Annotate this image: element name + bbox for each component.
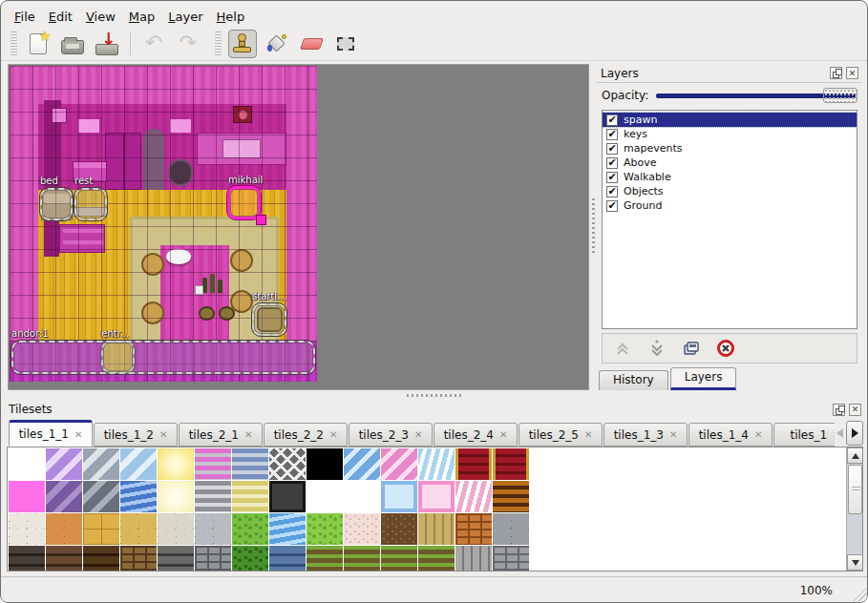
map-object-bed[interactable]: bed [40, 188, 73, 220]
tile-0-13[interactable] [493, 448, 529, 480]
tileset-tab-tiles_1[interactable]: tiles_1✕ [773, 423, 835, 447]
tile-1-5[interactable] [195, 481, 231, 512]
toolbar-drag-handle-2[interactable] [215, 31, 222, 56]
delete-layer-button[interactable] [715, 338, 736, 359]
tile-2-3[interactable] [120, 513, 157, 545]
tile-0-10[interactable] [381, 448, 417, 480]
layer-row-Above[interactable]: ✔Above [603, 156, 857, 170]
eraser-button[interactable] [297, 30, 326, 58]
stamp-brush-button[interactable] [228, 30, 257, 58]
menu-help[interactable]: Help [217, 10, 245, 24]
tile-0-7[interactable] [269, 448, 306, 480]
layer-visible-checkbox[interactable]: ✔ [606, 157, 618, 169]
menu-file[interactable]: File [14, 10, 35, 24]
tileset-tab-tiles_1_2[interactable]: tiles_1_2✕ [94, 423, 178, 447]
tile-3-1[interactable] [46, 546, 82, 572]
tile-2-6[interactable] [232, 513, 268, 545]
menu-view[interactable]: View [86, 10, 116, 24]
layer-visible-checkbox[interactable]: ✔ [606, 143, 618, 155]
tileset-tab-tiles_1_4[interactable]: tiles_1_4✕ [688, 423, 773, 447]
close-tab-icon[interactable]: ✕ [754, 429, 762, 440]
tile-1-0[interactable] [9, 481, 45, 512]
tile-1-1[interactable] [46, 481, 82, 512]
opacity-slider[interactable] [656, 88, 857, 103]
tile-3-7[interactable] [269, 546, 306, 572]
opacity-slider-handle[interactable] [823, 88, 857, 103]
horizontal-splitter[interactable] [1, 390, 868, 400]
tile-1-9[interactable] [344, 481, 380, 512]
tile-2-2[interactable] [83, 513, 119, 545]
map-object-starti[interactable]: starti... [252, 303, 286, 336]
resize-grip[interactable] [850, 584, 867, 601]
tile-1-4[interactable] [158, 481, 194, 512]
layer-row-Objects[interactable]: ✔Objects [603, 184, 857, 198]
layer-visible-checkbox[interactable]: ✔ [606, 200, 618, 212]
tileset-view[interactable] [7, 447, 863, 572]
tile-2-13[interactable] [493, 513, 529, 545]
tile-0-1[interactable] [46, 448, 82, 480]
tile-1-8[interactable] [307, 481, 343, 512]
map-canvas[interactable]: bedrestmikhailstarti...entr...andor:1 [8, 64, 589, 390]
vertical-splitter[interactable] [589, 64, 597, 390]
tile-1-11[interactable] [418, 481, 455, 512]
tile-3-4[interactable] [158, 546, 194, 572]
tile-0-0[interactable] [9, 448, 45, 480]
tile-3-5[interactable] [195, 546, 231, 572]
tile-2-5[interactable] [195, 513, 231, 545]
close-tab-icon[interactable]: ✕ [329, 429, 337, 440]
tile-2-4[interactable] [158, 513, 194, 545]
tile-0-6[interactable] [232, 448, 268, 480]
tile-0-8[interactable] [307, 448, 343, 480]
layer-row-spawn[interactable]: ✔spawn [603, 113, 857, 127]
scroll-down-button[interactable] [847, 554, 863, 571]
dock-tab-layers[interactable]: Layers [670, 367, 737, 390]
open-map-button[interactable] [58, 30, 87, 58]
tile-2-1[interactable] [46, 513, 82, 545]
float-tilesets-icon[interactable] [833, 404, 845, 416]
tileset-tab-tiles_2_2[interactable]: tiles_2_2✕ [264, 423, 348, 447]
scroll-up-button[interactable] [847, 447, 863, 464]
menu-edit[interactable]: Edit [49, 10, 73, 24]
tile-3-3[interactable] [120, 546, 157, 572]
scroll-tabs-left-icon[interactable] [836, 428, 843, 438]
close-tab-icon[interactable]: ✕ [584, 429, 592, 440]
layer-row-Walkable[interactable]: ✔Walkable [603, 170, 857, 184]
close-tab-icon[interactable]: ✕ [669, 429, 677, 440]
tile-2-12[interactable] [455, 513, 492, 545]
float-panel-icon[interactable] [830, 67, 842, 79]
tile-3-13[interactable] [493, 546, 529, 572]
scrollbar-thumb[interactable] [848, 465, 862, 514]
tileset-scrollbar[interactable] [846, 447, 862, 571]
close-tilesets-icon[interactable]: ✕ [849, 404, 861, 416]
map-object-mikhail[interactable]: mikhail [227, 186, 261, 219]
layer-visible-checkbox[interactable]: ✔ [606, 186, 618, 198]
close-tab-icon[interactable]: ✕ [74, 429, 82, 440]
menu-map[interactable]: Map [129, 10, 155, 24]
tile-0-4[interactable] [158, 448, 194, 480]
tile-2-0[interactable] [9, 513, 45, 545]
tile-3-0[interactable] [9, 546, 45, 572]
bucket-fill-button[interactable] [263, 30, 291, 58]
rect-select-button[interactable] [331, 30, 360, 58]
tile-1-2[interactable] [83, 481, 119, 512]
tileset-tab-tiles_1_1[interactable]: tiles_1_1✕ [9, 420, 93, 447]
dock-tab-history[interactable]: History [599, 370, 668, 390]
tile-3-9[interactable] [344, 546, 380, 572]
save-map-button[interactable]: ↓ [93, 30, 121, 58]
duplicate-layer-button[interactable] [681, 338, 702, 359]
tileset-tab-tiles_2_1[interactable]: tiles_2_1✕ [179, 423, 263, 447]
lower-layer-button[interactable] [646, 338, 667, 359]
tile-1-13[interactable] [493, 481, 529, 512]
undo-button[interactable]: ↶ [139, 30, 168, 58]
tile-0-5[interactable] [195, 448, 231, 480]
toolbar-drag-handle[interactable] [11, 31, 17, 56]
tile-0-12[interactable] [455, 448, 492, 480]
resize-handle[interactable] [256, 215, 266, 225]
tile-1-3[interactable] [120, 481, 157, 512]
close-tab-icon[interactable]: ✕ [414, 429, 422, 440]
layer-visible-checkbox[interactable]: ✔ [606, 129, 618, 140]
tile-2-10[interactable] [381, 513, 417, 545]
new-map-button[interactable]: ★ [24, 30, 53, 58]
close-tab-icon[interactable]: ✕ [159, 429, 167, 440]
tileset-tab-tiles_2_3[interactable]: tiles_2_3✕ [349, 423, 433, 447]
